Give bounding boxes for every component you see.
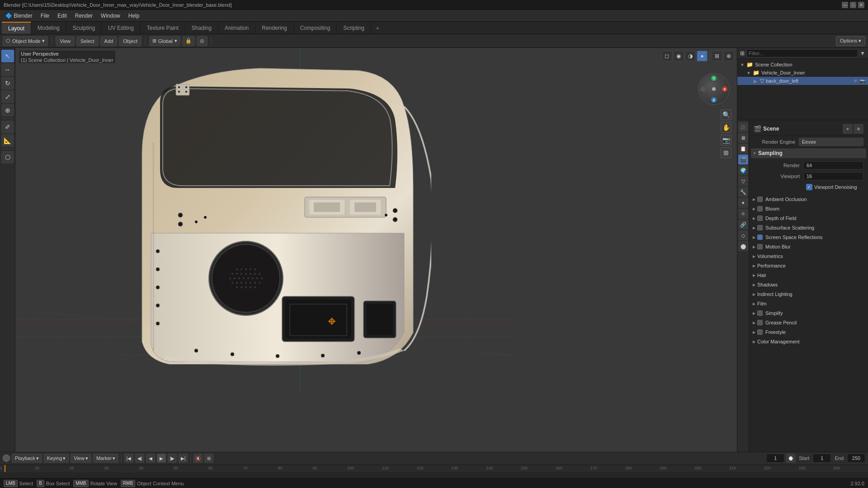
maximize-button[interactable]: □ xyxy=(850,2,856,8)
prop-section-indirect-lighting[interactable]: ▶Indirect Lighting xyxy=(751,290,866,299)
outliner-search-input[interactable] xyxy=(746,49,858,57)
gizmo-neg-x-axis[interactable] xyxy=(700,86,706,92)
section-checkbox[interactable] xyxy=(757,244,763,249)
viewport-gizmo-toggle[interactable]: ⊕ xyxy=(723,51,734,61)
prop-section-film[interactable]: ▶Film xyxy=(751,299,866,308)
next-keyframe-button[interactable]: |▶ xyxy=(168,454,177,463)
props-particles-icon[interactable]: ✦ xyxy=(738,198,748,208)
outliner-scene-collection[interactable]: ▼ 📁 Scene Collection xyxy=(737,61,868,69)
cursor-tool[interactable]: ↖ xyxy=(1,50,14,62)
viewport-shading-wireframe[interactable]: ◻ xyxy=(661,51,672,61)
tab-uv-editing[interactable]: UV Editing xyxy=(102,22,141,34)
close-button[interactable]: ✕ xyxy=(858,2,864,8)
outliner-back-door[interactable]: ▶ ▽ back_door_left 👁 📷 xyxy=(737,77,868,85)
transform-orientation-dropdown[interactable]: ⊞ Global ▾ xyxy=(149,36,180,46)
select-button[interactable]: Select xyxy=(76,36,99,46)
props-object-icon[interactable]: ▽ xyxy=(738,176,748,186)
tab-shading[interactable]: Shading xyxy=(185,22,218,34)
prop-section-screen-space-reflections[interactable]: ▶Screen Space Reflections xyxy=(751,233,866,242)
props-modifier-icon[interactable]: 🔧 xyxy=(738,187,748,197)
gizmo-x-axis[interactable]: X xyxy=(722,86,727,92)
viewport-shading-render[interactable]: ● xyxy=(697,51,708,61)
props-data-icon[interactable]: ◇ xyxy=(738,230,748,240)
prop-section-grease-pencil[interactable]: ▶Grease Pencil xyxy=(751,318,866,327)
annotate-tool[interactable]: ✐ xyxy=(1,121,14,133)
timecode-button[interactable]: ⌚ xyxy=(786,454,795,463)
ruler-track[interactable]: 1102030405060708090100110120130140150160… xyxy=(0,465,868,472)
tab-sculpting[interactable]: Sculpting xyxy=(66,22,102,34)
tab-scripting[interactable]: Scripting xyxy=(337,22,371,34)
pan-button[interactable]: ✋ xyxy=(721,122,731,133)
rotate-tool[interactable]: ↻ xyxy=(1,77,14,89)
tab-layout[interactable]: Layout xyxy=(2,22,31,34)
render-engine-dropdown[interactable]: Eevee xyxy=(799,138,863,146)
object-button[interactable]: Object xyxy=(119,36,142,46)
prop-section-volumetrics[interactable]: ▶Volumetrics xyxy=(751,252,866,261)
prop-section-simplify[interactable]: ▶Simplify xyxy=(751,309,866,318)
scene-add-button[interactable]: + xyxy=(843,124,853,134)
render-visibility-icon[interactable]: 📷 xyxy=(860,79,865,84)
prop-section-ambient-occlusion[interactable]: ▶Ambient Occlusion xyxy=(751,195,866,204)
section-checkbox[interactable] xyxy=(757,329,763,335)
add-button[interactable]: Add xyxy=(100,36,118,46)
menu-window[interactable]: Window xyxy=(97,12,124,20)
current-frame-input[interactable] xyxy=(766,454,784,463)
jump-start-button[interactable]: |◀ xyxy=(124,454,133,463)
measure-tool[interactable]: 📐 xyxy=(1,134,14,147)
props-constraints-icon[interactable]: 🔗 xyxy=(738,220,748,230)
options-button[interactable]: Options ▾ xyxy=(836,36,865,46)
prop-section-freestyle[interactable]: ▶Freestyle xyxy=(751,328,866,337)
tab-animation[interactable]: Animation xyxy=(218,22,255,34)
transform-tool[interactable]: ⊕ xyxy=(1,104,14,117)
sync-button[interactable]: ⊞ xyxy=(204,454,213,463)
viewport-visibility-icon[interactable]: 👁 xyxy=(854,79,858,84)
timeline-editor-icon[interactable] xyxy=(3,455,10,462)
mute-audio-button[interactable]: 🔇 xyxy=(193,454,203,463)
props-world-icon[interactable]: 🌍 xyxy=(738,165,748,175)
object-mode-dropdown[interactable]: ⬡ Object Mode ▾ xyxy=(3,36,48,46)
prop-section-motion-blur[interactable]: ▶Motion Blur xyxy=(751,242,866,251)
menu-edit[interactable]: Edit xyxy=(54,12,71,20)
timeline-ruler[interactable]: 1102030405060708090100110120130140150160… xyxy=(0,465,868,478)
section-checkbox[interactable] xyxy=(757,216,763,221)
props-view-layer-icon[interactable]: 📋 xyxy=(738,144,748,154)
props-render-icon[interactable]: 🎥 xyxy=(738,122,748,132)
section-checkbox[interactable] xyxy=(757,235,763,240)
tab-compositing[interactable]: Compositing xyxy=(294,22,337,34)
outliner-filter-icon[interactable]: ▼ xyxy=(860,50,865,56)
section-checkbox[interactable] xyxy=(757,310,763,316)
expand-door-icon[interactable]: ▶ xyxy=(754,79,758,83)
view-dropdown[interactable]: View ▾ xyxy=(71,454,91,463)
scale-tool[interactable]: ⤢ xyxy=(1,90,14,103)
viewport-shading-solid[interactable]: ◉ xyxy=(673,51,684,61)
menu-render[interactable]: Render xyxy=(71,12,96,20)
move-tool[interactable]: ↔ xyxy=(1,63,14,76)
outliner-vehicle-door[interactable]: ▼ 📁 Vehicle_Door_Inner xyxy=(737,69,868,77)
viewport-overlay-toggle[interactable]: ⊞ xyxy=(712,51,722,61)
prop-section-bloom[interactable]: ▶Bloom xyxy=(751,204,866,213)
add-primitive-tool[interactable]: ⬡ xyxy=(1,151,14,164)
minimize-button[interactable]: — xyxy=(842,2,848,8)
expand-scene-icon[interactable]: ▼ xyxy=(740,62,745,67)
tab-rendering[interactable]: Rendering xyxy=(255,22,293,34)
viewport-denoising-checkbox[interactable]: ✓ xyxy=(806,184,812,190)
play-button[interactable]: ▶ xyxy=(157,454,166,463)
prev-keyframe-button[interactable]: ◀| xyxy=(135,454,144,463)
prop-section-performance[interactable]: ▶Performance xyxy=(751,261,866,270)
zoom-in-button[interactable]: 🔍 xyxy=(721,109,731,120)
scene-options-button[interactable]: ≡ xyxy=(854,124,863,134)
render-samples-value[interactable]: 64 xyxy=(803,161,863,169)
add-workspace-button[interactable]: + xyxy=(371,22,384,34)
props-physics-icon[interactable]: ⚛ xyxy=(738,209,748,219)
tab-texture-paint[interactable]: Texture Paint xyxy=(141,22,185,34)
marker-dropdown[interactable]: Marker ▾ xyxy=(93,454,118,463)
props-output-icon[interactable]: 🖥 xyxy=(738,133,748,143)
navigation-gizmo[interactable]: X Y Z xyxy=(698,73,730,105)
expand-vehicle-icon[interactable]: ▼ xyxy=(746,70,751,75)
prop-section-subsurface-scattering[interactable]: ▶Subsurface Scattering xyxy=(751,223,866,232)
gizmo-y-axis[interactable]: Y xyxy=(711,75,717,81)
gizmo-z-axis[interactable]: Z xyxy=(711,97,717,103)
viewport-samples-value[interactable]: 16 xyxy=(803,172,863,180)
camera-button[interactable]: 📷 xyxy=(721,135,731,145)
display-button[interactable]: ⊞ xyxy=(721,147,731,158)
